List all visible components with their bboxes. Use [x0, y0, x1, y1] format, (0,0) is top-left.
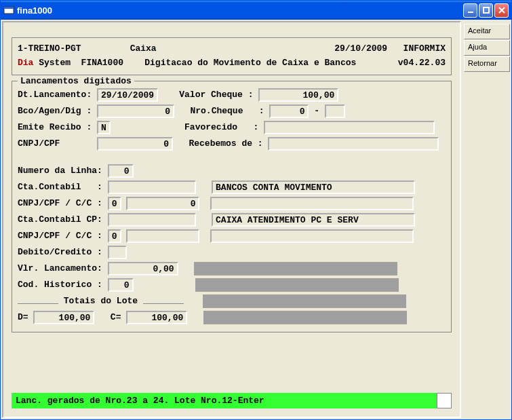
status-bar: Lanc. gerados de Nro.23 a 24. Lote Nro.1…: [12, 393, 452, 408]
favorecido-label: Favorecido :: [184, 122, 258, 132]
valor-cheque-label: Valor Cheque :: [179, 90, 253, 100]
recebemos-input[interactable]: [268, 137, 439, 151]
c-input[interactable]: 100,00: [126, 311, 187, 324]
cnpj-cc2-label: CNPJ/CPF / C/C :: [18, 231, 102, 241]
d-label: D=: [18, 312, 28, 322]
window-title: fina1000: [17, 5, 463, 16]
cnpj-cc-a-input[interactable]: 0: [108, 197, 121, 210]
header-date: 29/10/2009: [334, 42, 387, 56]
status-box: [437, 393, 452, 408]
org-label: 1-TREINO-PGT: [18, 42, 81, 56]
status-text: Lanc. gerados de Nro.23 a 24. Lote Nro.1…: [12, 393, 437, 408]
lancamentos-legend: Lancamentos digitados: [18, 76, 134, 86]
nro-cheque-label: Nro.Cheque :: [190, 106, 264, 116]
system-label: System FINA1000: [33, 56, 123, 71]
side-panel: Aceitar Ajuda Retornar: [464, 21, 510, 418]
header-block: 1-TREINO-PGT Caixa 29/10/2009 INFORMIX D…: [12, 37, 452, 75]
numero-linha-label: Numero da Linha:: [18, 166, 102, 176]
dia-label: Dia: [18, 56, 33, 71]
nro-cheque-input[interactable]: 0: [269, 104, 309, 118]
lancamentos-group: Lancamentos digitados Dt.Lancamento: 29/…: [12, 81, 452, 332]
vlr-gray-1: [194, 262, 397, 275]
main-panel: 1-TREINO-PGT Caixa 29/10/2009 INFORMIX D…: [2, 21, 461, 418]
module-label: Caixa: [130, 42, 157, 56]
cnpj-cpf-input[interactable]: 0: [97, 137, 173, 151]
close-button[interactable]: [494, 3, 509, 18]
cnpj-cc2-a-input[interactable]: 0: [108, 229, 121, 243]
recebemos-label: Recebemos de :: [189, 138, 262, 149]
favorecido-input[interactable]: [264, 121, 435, 134]
valor-cheque-input[interactable]: 100,00: [258, 88, 338, 102]
bco-agen-input[interactable]: 0: [97, 104, 174, 118]
emite-recibo-input[interactable]: N: [97, 121, 111, 134]
db-label: INFORMIX: [403, 42, 446, 56]
nro-cheque-suffix-input[interactable]: [325, 104, 345, 118]
totais-gray-1: [203, 294, 406, 308]
dc-gray-1: [203, 311, 407, 324]
minimize-button[interactable]: [463, 3, 477, 18]
cnpj-cc-desc: [210, 197, 414, 210]
vlr-lancamento-input[interactable]: 0,00: [108, 262, 178, 275]
cnpj-cc-b-input[interactable]: 0: [126, 197, 199, 210]
cod-historico-label: Cod. Historico :: [18, 280, 102, 290]
app-icon: [3, 5, 14, 16]
numero-linha-input[interactable]: 0: [108, 164, 134, 178]
dt-lancamento-input[interactable]: 29/10/2009: [97, 88, 158, 102]
titlebar: fina1000: [1, 1, 511, 20]
cnpj-cpf-label: CNPJ/CPF: [18, 138, 60, 149]
subtitle-label: Digitacao do Movimento de Caixa e Bancos: [144, 56, 356, 71]
vlr-lancamento-label: Vlr. Lancamento:: [18, 263, 102, 273]
cnpj-cc-label: CNPJ/CPF / C/C :: [18, 198, 102, 208]
svg-rect-1: [4, 7, 14, 9]
retornar-button[interactable]: Retornar: [464, 56, 510, 72]
svg-rect-2: [468, 12, 473, 13]
dt-lancamento-label: Dt.Lancamento:: [18, 90, 92, 100]
version-label: v04.22.03: [398, 56, 446, 71]
cta-contabil-cp-label: Cta.Contabil CP:: [18, 214, 102, 225]
debito-credito-label: Debito/Credito :: [18, 247, 102, 257]
totais-lote-label: Totais do Lote: [64, 296, 138, 306]
main-window: fina1000 1-TREINO-PGT Caixa 29/10/2009: [0, 0, 512, 420]
hist-gray-1: [195, 278, 399, 292]
cod-historico-input[interactable]: 0: [108, 278, 134, 292]
svg-rect-3: [484, 7, 489, 13]
cnpj-cc2-b-input[interactable]: [126, 229, 199, 243]
emite-recibo-label: Emite Recibo :: [18, 122, 92, 132]
d-input[interactable]: 100,00: [33, 311, 94, 324]
cta-contabil-desc: BANCOS CONTA MOVIMENTO: [212, 180, 415, 194]
cta-contabil-cp-input[interactable]: [108, 213, 196, 227]
cta-contabil-input[interactable]: [108, 180, 196, 194]
maximize-button[interactable]: [479, 3, 493, 18]
bco-agen-label: Bco/Agen/Dig :: [18, 106, 92, 116]
cta-contabil-label: Cta.Contabil :: [18, 182, 102, 192]
c-label: C=: [111, 312, 121, 322]
debito-credito-input[interactable]: [108, 246, 127, 259]
cnpj-cc2-desc: [210, 229, 414, 243]
aceitar-button[interactable]: Aceitar: [464, 24, 510, 39]
cta-contabil-cp-desc: CAIXA ATENDIMENTO PC E SERV: [212, 213, 415, 227]
ajuda-button[interactable]: Ajuda: [464, 40, 510, 56]
nro-dash: -: [314, 106, 319, 116]
